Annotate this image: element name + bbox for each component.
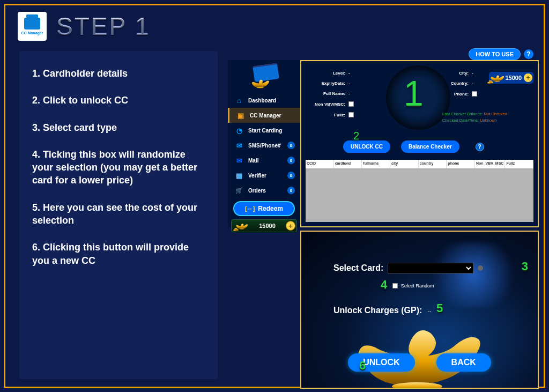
- status-label: Last Checker Balance:: [442, 112, 483, 116]
- sidebar-item-orders[interactable]: Orders 0: [228, 183, 300, 198]
- unlock-dialog-screenshot: Select Card: Select Random Unlock Charge…: [300, 231, 539, 389]
- cardholder-details-right: City:- Country:- Phone:: [445, 71, 477, 102]
- field-label: ExpiryDate:: [312, 81, 345, 86]
- sidebar-item-label: Dashboard: [248, 98, 276, 103]
- col-city: city: [390, 160, 419, 168]
- redeem-icon: [↔]: [245, 205, 255, 212]
- col-phone: phone: [447, 160, 475, 168]
- status-value: Not Checked: [484, 112, 507, 116]
- instruction-1: 1. Cardholder details: [32, 67, 205, 80]
- unlock-button[interactable]: UNLOCK: [348, 353, 414, 372]
- marker-5: 5: [436, 301, 443, 315]
- back-button[interactable]: BACK: [436, 353, 491, 372]
- unlock-dialog: Select Card: Select Random Unlock Charge…: [301, 232, 538, 388]
- card-type-select[interactable]: [388, 263, 473, 273]
- sidebar-balance-value: 15000: [249, 223, 286, 229]
- phone-checkbox[interactable]: [472, 91, 477, 97]
- app-logo: CC Manager: [18, 12, 47, 41]
- field-label: Non VBV/MSC:: [312, 102, 345, 107]
- sidebar-item-label: CC Manager: [250, 113, 281, 119]
- sidebar-item-verifier[interactable]: Verifier 0: [228, 168, 300, 183]
- top-balance-value: 15000: [505, 75, 522, 81]
- sidebar-balance: 15000 +: [231, 219, 297, 232]
- charges-row: Unlock Charges (GP): --: [333, 306, 431, 315]
- random-checkbox[interactable]: [392, 283, 398, 289]
- charges-label: Unlock Charges (GP):: [333, 306, 422, 315]
- sidebar-item-label: Orders: [248, 188, 266, 194]
- fullz-checkbox[interactable]: [348, 112, 354, 117]
- coins-lamp-icon: [233, 218, 249, 234]
- instruction-3: 3. Select card type: [32, 121, 205, 134]
- sidebar-item-label: Verifier: [248, 173, 266, 179]
- field-label: Full Name:: [312, 91, 345, 96]
- field-label: City:: [445, 71, 469, 76]
- instruction-panel: 1. Cardholder details 2. Click to unlock…: [19, 51, 218, 379]
- col-fullname: fullname: [362, 160, 390, 168]
- help-icon[interactable]: ?: [476, 143, 484, 151]
- col-cardlevel: cardlevel: [334, 160, 362, 168]
- how-to-use: HOW TO USE ?: [469, 48, 533, 60]
- app-logo-label: CC Manager: [21, 31, 43, 35]
- random-row: Select Random: [392, 283, 434, 289]
- field-label: Fullz:: [312, 113, 345, 117]
- coins-lamp-icon: [487, 69, 505, 87]
- cart-icon: [234, 186, 244, 195]
- badge: 0: [287, 142, 295, 149]
- action-row: UNLOCK CC Balance Checker ?: [343, 140, 484, 153]
- cc-manager-screenshot: Dashboard CC Manager Start Carding SMS/P…: [228, 60, 539, 227]
- cardholder-details-left: Level:- ExpiryDate:- Full Name:- Non VBV…: [312, 71, 354, 123]
- instruction-6: 6. Clicking this button will provide you…: [32, 241, 205, 267]
- status-value: Unknown: [480, 118, 496, 123]
- lamp-icon: [250, 77, 271, 88]
- marker-3: 3: [522, 260, 528, 273]
- nonvbv-checkbox[interactable]: [348, 101, 354, 107]
- dial-icon: [386, 65, 450, 130]
- help-icon[interactable]: ?: [524, 49, 533, 59]
- sms-icon: [234, 140, 244, 150]
- cc-table: CCID cardlevel fullname city country pho…: [306, 160, 533, 222]
- sidebar-logo: [248, 64, 280, 88]
- field-label: Phone:: [445, 92, 469, 97]
- unlock-cc-button[interactable]: UNLOCK CC: [343, 140, 390, 153]
- col-nonvbv: Non_VBV_MSC: [475, 160, 505, 168]
- add-balance-button[interactable]: +: [286, 221, 295, 231]
- page-title: STEP 1: [56, 12, 151, 41]
- badge: 0: [287, 187, 295, 194]
- col-ccid: CCID: [306, 160, 334, 168]
- redeem-button[interactable]: [↔] Redeem: [233, 201, 295, 216]
- dialog-buttons: UNLOCK BACK: [301, 353, 538, 372]
- home-icon: [234, 95, 244, 105]
- instruction-5: 5. Here you can see the cost of your sel…: [32, 201, 205, 227]
- charges-value: --: [428, 308, 432, 314]
- col-fullz: Fullz: [505, 160, 533, 168]
- header: CC Manager STEP 1: [18, 12, 536, 41]
- instruction-2: 2. Click to unlock CC: [32, 94, 205, 107]
- select-card-label: Select Card:: [333, 263, 383, 273]
- instruction-4: 4. Ticking this box will randomize your …: [32, 148, 205, 187]
- sidebar-item-label: Start Carding: [248, 128, 282, 134]
- sidebar-item-dashboard[interactable]: Dashboard: [228, 93, 300, 108]
- mail-icon: [234, 156, 244, 165]
- sidebar-item-label: SMS/Phone#: [248, 143, 281, 149]
- sidebar-item-startcarding[interactable]: Start Carding: [228, 123, 300, 138]
- signal-icon: [234, 125, 244, 135]
- sidebar-item-sms[interactable]: SMS/Phone# 0: [228, 138, 300, 153]
- verifier-icon: [234, 171, 244, 180]
- top-balance: 15000 +: [489, 72, 533, 84]
- table-header: CCID cardlevel fullname city country pho…: [306, 160, 533, 168]
- balance-checker-button[interactable]: Balance Checker: [401, 140, 459, 153]
- app-logo-icon: [24, 18, 40, 29]
- select-card-row: Select Card:: [333, 263, 522, 273]
- status-label: Checked Date/Time:: [442, 118, 479, 123]
- marker-4: 4: [381, 278, 387, 292]
- box-icon: [236, 110, 246, 120]
- sidebar-item-ccmanager[interactable]: CC Manager: [228, 108, 300, 123]
- add-balance-button[interactable]: +: [524, 73, 532, 82]
- how-to-use-button[interactable]: HOW TO USE: [469, 48, 521, 60]
- redeem-label: Redeem: [258, 205, 283, 212]
- badge: 0: [287, 157, 295, 164]
- checker-status: Last Checker Balance: Not Checked Checke…: [442, 111, 507, 124]
- field-label: Country:: [445, 81, 469, 86]
- sidebar-item-mail[interactable]: Mail 0: [228, 153, 300, 168]
- field-label: Level:: [312, 71, 345, 76]
